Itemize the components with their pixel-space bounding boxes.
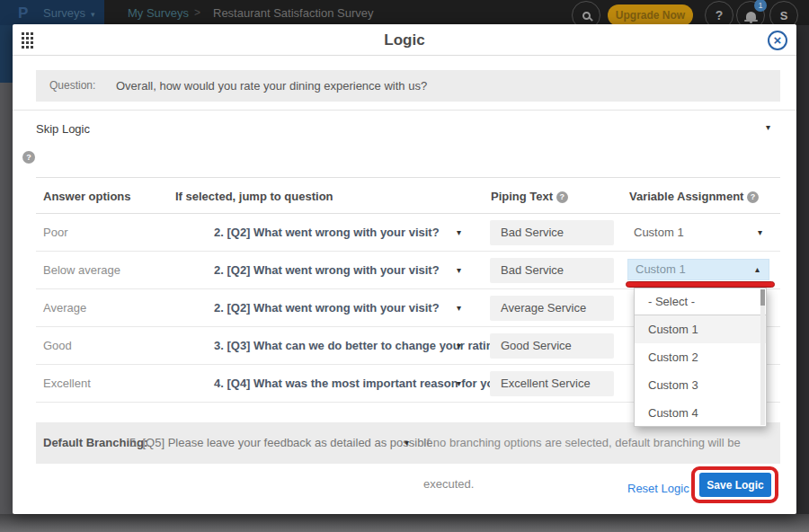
answer-option-label: Good: [43, 327, 72, 365]
chevron-down-icon[interactable]: ▾: [457, 365, 461, 403]
jump-question-select[interactable]: 2. [Q2] What went wrong with your visit?: [214, 289, 440, 327]
page-overlay-right: [796, 25, 809, 514]
top-nav-bar: P Surveys▾ My Surveys > Restaurant Satis…: [0, 0, 809, 25]
chevron-down-icon: ▾: [91, 10, 95, 19]
notification-badge: 1: [754, 0, 767, 12]
col-answer-options: Answer options: [43, 178, 131, 215]
dropdown-option[interactable]: Custom 3: [635, 371, 766, 399]
page-overlay-bottom: [0, 514, 809, 532]
close-icon: ×: [774, 32, 782, 48]
screen: P Surveys▾ My Surveys > Restaurant Satis…: [0, 0, 809, 532]
skip-logic-help-icon[interactable]: ?: [22, 151, 35, 164]
chevron-down-icon[interactable]: ▾: [457, 214, 461, 252]
search-icon: [582, 12, 591, 20]
table-row: Poor 2. [Q2] What went wrong with your v…: [36, 214, 780, 252]
variable-help-icon[interactable]: ?: [747, 191, 759, 203]
question-mark-icon: ?: [716, 8, 724, 22]
chevron-down-icon[interactable]: ▾: [457, 327, 461, 365]
app-logo[interactable]: P: [18, 4, 28, 22]
breadcrumb-current-survey: Restaurant Satisfaction Survey: [213, 6, 373, 20]
table-header-row: Answer options If selected, jump to ques…: [36, 177, 780, 214]
variable-select-open[interactable]: Custom 1 ▴: [627, 259, 769, 280]
jump-question-select[interactable]: 2. [Q2] What went wrong with your visit?: [214, 252, 440, 289]
piping-text-input[interactable]: Bad Service: [490, 258, 614, 283]
default-branching-bar: Default Branching: 5. [Q5] Please leave …: [36, 422, 780, 464]
question-text: Overall, how would you rate your dining …: [116, 70, 427, 102]
chevron-down-icon[interactable]: ▾: [766, 122, 770, 132]
close-button[interactable]: ×: [768, 31, 787, 50]
upgrade-now-button[interactable]: Upgrade Now: [608, 4, 693, 26]
save-logic-button[interactable]: Save Logic: [699, 473, 771, 497]
col-jump-to-question: If selected, jump to question: [175, 178, 333, 215]
dropdown-option[interactable]: Custom 4: [635, 399, 766, 427]
nav-surveys[interactable]: Surveys▾: [43, 6, 95, 20]
logic-type-select[interactable]: Skip Logic: [36, 122, 90, 136]
variable-select[interactable]: Custom 1: [634, 214, 684, 252]
page-overlay-left: [0, 25, 13, 514]
modal-title: Logic: [13, 24, 796, 56]
logic-modal: Logic × Question: Overall, how would you…: [13, 24, 796, 514]
dropdown-option[interactable]: Custom 1: [635, 315, 766, 343]
answer-option-label: Excellent: [43, 365, 91, 403]
scrollbar-thumb[interactable]: [760, 289, 765, 306]
question-label: Question:: [49, 70, 95, 102]
dropdown-option[interactable]: - Select -: [635, 288, 766, 315]
chevron-down-icon[interactable]: ▾: [758, 214, 762, 252]
answer-option-label: Average: [43, 289, 86, 327]
piping-help-icon[interactable]: ?: [556, 191, 568, 203]
answer-option-label: Poor: [43, 214, 67, 252]
jump-question-select[interactable]: 3. [Q3] What can we do better to change …: [214, 327, 507, 365]
chevron-down-icon[interactable]: ▾: [457, 289, 461, 327]
variable-dropdown-menu: - Select - Custom 1 Custom 2 Custom 3 Cu…: [634, 288, 767, 427]
modal-header: Logic ×: [13, 24, 796, 56]
breadcrumb-separator: >: [194, 6, 200, 19]
dropdown-scrollbar[interactable]: [760, 289, 765, 425]
col-piping-text: Piping Text ?: [491, 178, 568, 215]
chevron-down-icon[interactable]: ▾: [457, 252, 461, 289]
bell-icon: [746, 12, 756, 20]
chevron-down-icon[interactable]: ▾: [404, 422, 409, 464]
piping-text-input[interactable]: Good Service: [490, 333, 614, 359]
variable-select-value: Custom 1: [636, 260, 686, 279]
avatar-initial: S: [780, 9, 788, 22]
default-branching-select[interactable]: 5. [Q5] Please leave your feedback as de…: [129, 422, 436, 464]
default-branching-note: If no branching options are selected, de…: [423, 422, 780, 464]
annotation-red-underline: [626, 281, 775, 288]
jump-question-select[interactable]: 2. [Q2] What went wrong with your visit?: [214, 214, 440, 252]
section-divider: [13, 110, 796, 111]
piping-text-input[interactable]: Bad Service: [490, 220, 614, 245]
chevron-up-icon: ▴: [755, 260, 760, 279]
dropdown-option[interactable]: Custom 2: [635, 343, 766, 371]
reset-logic-link[interactable]: Reset Logic: [627, 482, 689, 495]
piping-text-input[interactable]: Excellent Service: [490, 371, 614, 396]
col-variable-assignment: Variable Assignment ?: [629, 178, 759, 215]
question-bar: Question: Overall, how would you rate yo…: [36, 70, 780, 102]
piping-text-input[interactable]: Average Service: [490, 296, 614, 321]
breadcrumb-my-surveys[interactable]: My Surveys: [128, 6, 189, 20]
answer-option-label: Below average: [43, 252, 120, 289]
